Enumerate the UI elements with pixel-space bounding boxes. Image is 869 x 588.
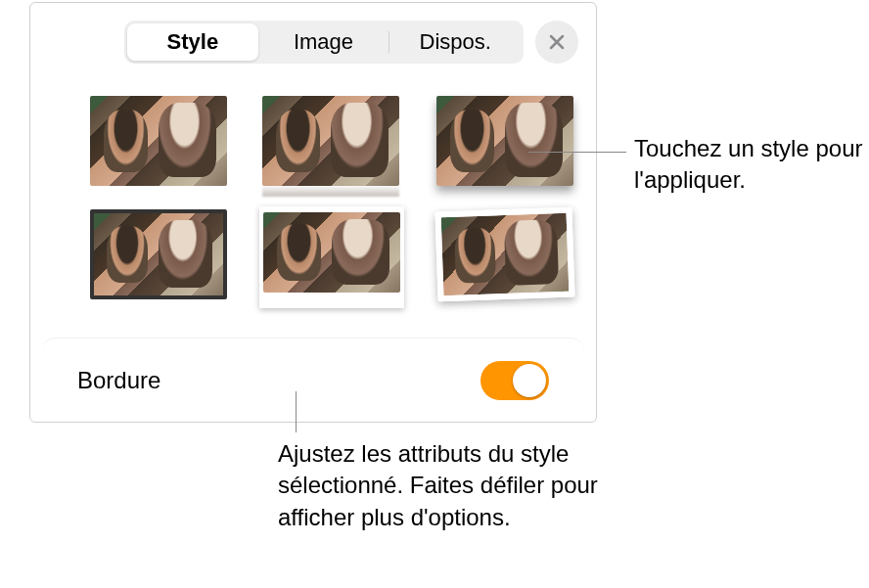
tab-style[interactable]: Style bbox=[127, 23, 258, 61]
format-panel: Style Image Dispos. Bordure bbox=[29, 2, 597, 423]
border-label: Bordure bbox=[77, 367, 160, 394]
thumbnail-image bbox=[436, 96, 573, 186]
close-icon bbox=[548, 33, 566, 51]
style-thumbnails-grid bbox=[87, 93, 576, 308]
style-preset-polaroid[interactable] bbox=[259, 206, 404, 308]
toggle-knob bbox=[513, 364, 546, 397]
tab-image[interactable]: Image bbox=[258, 23, 389, 61]
style-preset-plain[interactable] bbox=[87, 93, 230, 189]
style-preset-shadow[interactable] bbox=[434, 93, 576, 189]
thumbnail-image bbox=[263, 212, 400, 293]
callout-leader-line bbox=[296, 391, 297, 432]
border-row: Bordure bbox=[42, 338, 584, 422]
thumbnail-image bbox=[90, 209, 227, 299]
thumbnail-image bbox=[262, 96, 399, 186]
callout-adjust-attributes: Ajustez les attributs du style sélection… bbox=[278, 438, 601, 533]
close-button[interactable] bbox=[535, 21, 578, 64]
border-toggle[interactable] bbox=[480, 361, 549, 400]
tab-segmented-control: Style Image Dispos. bbox=[124, 21, 524, 64]
callout-leader-line bbox=[528, 152, 626, 153]
style-preset-frame[interactable] bbox=[87, 206, 230, 302]
thumbnail-image bbox=[90, 96, 227, 186]
style-preset-reflection[interactable] bbox=[259, 93, 402, 189]
style-preset-tilted[interactable] bbox=[432, 204, 577, 304]
tab-dispos[interactable]: Dispos. bbox=[389, 23, 521, 61]
callout-apply-style: Touchez un style pour l'appliquer. bbox=[634, 133, 864, 197]
thumbnail-image bbox=[434, 207, 574, 302]
